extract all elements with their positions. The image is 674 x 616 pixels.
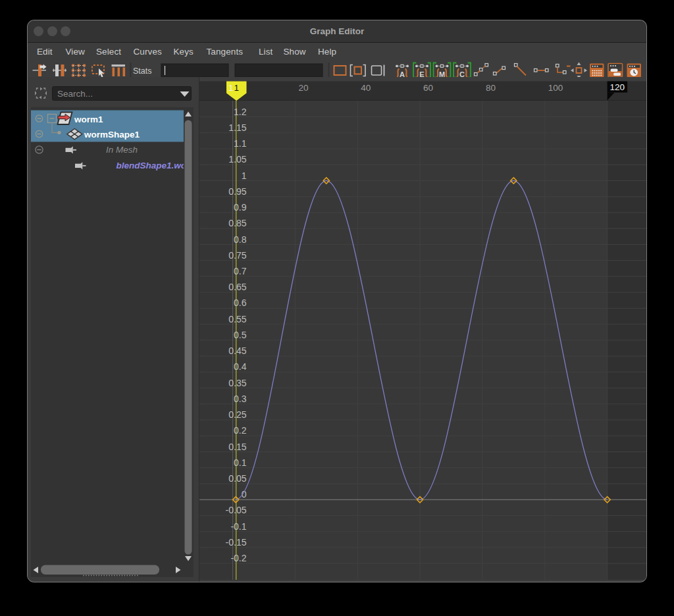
svg-text:0.3: 0.3 (234, 394, 247, 404)
svg-text:wormShape1: wormShape1 (84, 130, 140, 140)
svg-text:0.6: 0.6 (234, 297, 247, 308)
svg-text:1.15: 1.15 (228, 122, 246, 133)
svg-text:0.95: 0.95 (228, 186, 246, 197)
svg-text:Search...: Search... (57, 89, 93, 99)
svg-text:120: 120 (610, 82, 625, 92)
svg-text:-0.1: -0.1 (230, 521, 246, 532)
svg-text:20: 20 (298, 83, 308, 93)
svg-text:1: 1 (228, 83, 234, 93)
svg-text:100: 100 (548, 83, 563, 93)
svg-text:0.05: 0.05 (228, 473, 246, 484)
svg-text:1: 1 (234, 83, 240, 93)
svg-text:-0.2: -0.2 (230, 553, 246, 563)
svg-text:0.9: 0.9 (234, 202, 247, 213)
svg-text:0.85: 0.85 (228, 218, 246, 228)
svg-text:0.1: 0.1 (234, 457, 247, 468)
svg-text:1.05: 1.05 (228, 154, 246, 165)
svg-text:0.5: 0.5 (234, 330, 247, 340)
svg-text:0.7: 0.7 (234, 266, 247, 276)
svg-text:80: 80 (486, 83, 496, 93)
svg-text:Stats: Stats (133, 66, 152, 76)
svg-text:worm1: worm1 (74, 115, 103, 124)
svg-text:60: 60 (423, 83, 433, 93)
svg-text:In Mesh: In Mesh (106, 145, 138, 155)
svg-text:0.8: 0.8 (234, 234, 247, 245)
svg-text:0.4: 0.4 (234, 361, 247, 372)
svg-text:0.2: 0.2 (234, 425, 247, 436)
svg-text:-0.05: -0.05 (226, 505, 247, 515)
svg-text:1.2: 1.2 (234, 107, 247, 117)
svg-text:0.25: 0.25 (228, 409, 246, 420)
svg-text:0.15: 0.15 (228, 442, 246, 452)
svg-text:-0.15: -0.15 (226, 537, 247, 548)
svg-text:0.75: 0.75 (228, 250, 246, 261)
svg-text:1: 1 (242, 170, 247, 181)
svg-text:1.1: 1.1 (234, 138, 247, 149)
svg-text:0.45: 0.45 (228, 346, 246, 356)
svg-text:0.35: 0.35 (228, 378, 246, 388)
svg-text:40: 40 (361, 83, 371, 93)
svg-text:0.65: 0.65 (228, 282, 246, 292)
svg-text:0.55: 0.55 (228, 314, 246, 324)
